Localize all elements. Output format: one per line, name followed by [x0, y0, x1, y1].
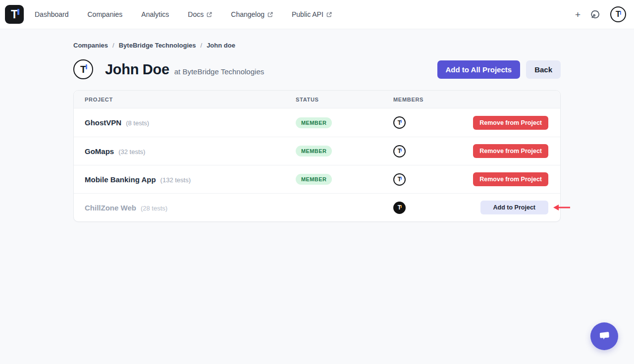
nav-item-docs[interactable]: Docs: [188, 10, 212, 18]
page-title: John Doe: [105, 61, 169, 78]
remove-from-project-button[interactable]: Remove from Project: [473, 172, 548, 186]
member-avatar: T: [393, 145, 406, 157]
nav-item-public-api[interactable]: Public API: [292, 10, 332, 18]
nav-item-companies[interactable]: Companies: [88, 10, 123, 18]
project-test-count: (132 tests): [160, 176, 191, 184]
project-name: GoMaps: [85, 147, 114, 156]
logo-accent: [17, 9, 19, 15]
breadcrumb-separator: /: [201, 42, 203, 49]
projects-table: PROJECT STATUS MEMBERS GhostVPN (8 tests…: [73, 90, 561, 222]
page-subtitle: at ByteBridge Technologies: [174, 67, 264, 76]
top-navbar: T Dashboard Companies Analytics Docs Cha…: [0, 0, 634, 29]
members-cell: T: [393, 202, 480, 214]
app-logo[interactable]: T: [5, 5, 24, 24]
main-nav: Dashboard Companies Analytics Docs Chang…: [35, 10, 332, 18]
chat-bubble-icon: [597, 329, 611, 343]
person-avatar: T: [73, 59, 93, 79]
action-cell: Remove from Project: [473, 116, 548, 130]
breadcrumb-company[interactable]: ByteBridge Technologies: [119, 42, 196, 49]
status-cell: MEMBER: [296, 174, 393, 185]
page-header: T John Doe at ByteBridge Technologies Ad…: [73, 59, 561, 79]
support-icon[interactable]: [590, 9, 600, 19]
remove-from-project-button[interactable]: Remove from Project: [473, 116, 548, 130]
breadcrumb-separator: /: [112, 42, 114, 49]
project-cell: GhostVPN (8 tests): [85, 118, 296, 127]
breadcrumb-current: John doe: [207, 42, 235, 49]
member-badge: MEMBER: [296, 146, 332, 156]
column-header-project: PROJECT: [85, 97, 296, 103]
avatar-accent: [401, 120, 402, 123]
title-wrap: John Doe at ByteBridge Technologies: [105, 61, 264, 78]
nav-item-changelog[interactable]: Changelog: [231, 10, 273, 18]
status-cell: MEMBER: [296, 117, 393, 128]
main-content: Companies / ByteBridge Technologies / Jo…: [73, 42, 561, 222]
logo-letter: T: [11, 8, 18, 21]
avatar-accent: [401, 177, 402, 180]
project-name: GhostVPN: [85, 118, 121, 127]
members-cell: T: [393, 173, 473, 186]
members-cell: T: [393, 145, 473, 157]
chat-widget-button[interactable]: [590, 322, 618, 350]
project-test-count: (32 tests): [118, 148, 145, 156]
add-to-project-button[interactable]: Add to Project: [480, 201, 548, 214]
member-avatar: T: [393, 116, 406, 129]
action-cell: Remove from Project: [473, 144, 548, 158]
column-header-members: MEMBERS: [393, 97, 548, 103]
project-test-count: (28 tests): [141, 205, 167, 212]
member-badge: MEMBER: [296, 174, 332, 185]
project-cell: ChillZone Web (28 tests): [85, 204, 296, 212]
avatar-accent: [401, 149, 402, 152]
avatar-accent: [401, 205, 402, 208]
project-cell: Mobile Banking App (132 tests): [85, 175, 296, 184]
header-actions: Add to All Projects Back: [437, 60, 561, 79]
table-header-row: PROJECT STATUS MEMBERS: [74, 91, 560, 108]
table-row: GhostVPN (8 tests) MEMBER T Remove from …: [74, 108, 560, 137]
plus-icon[interactable]: +: [575, 10, 581, 19]
status-cell: MEMBER: [296, 146, 393, 156]
table-row: Mobile Banking App (132 tests) MEMBER T …: [74, 165, 560, 193]
table-row: ChillZone Web (28 tests) T Add to Projec…: [74, 193, 560, 221]
action-cell: Add to Project: [480, 201, 548, 214]
action-cell: Remove from Project: [473, 172, 548, 186]
red-arrow-annotation: [552, 203, 571, 212]
project-cell: GoMaps (32 tests): [85, 147, 296, 156]
project-name: ChillZone Web: [85, 204, 136, 212]
members-cell: T: [393, 116, 473, 129]
nav-item-dashboard[interactable]: Dashboard: [35, 10, 69, 18]
project-name: Mobile Banking App: [85, 175, 156, 184]
breadcrumb: Companies / ByteBridge Technologies / Jo…: [73, 42, 561, 49]
remove-from-project-button[interactable]: Remove from Project: [473, 144, 548, 158]
external-link-icon: [207, 12, 212, 17]
breadcrumb-companies[interactable]: Companies: [73, 42, 108, 49]
member-avatar: T: [393, 173, 406, 186]
add-to-all-projects-button[interactable]: Add to All Projects: [437, 60, 521, 79]
avatar-accent: [620, 11, 622, 15]
member-avatar-dark: T: [393, 202, 406, 214]
external-link-icon: [326, 12, 332, 17]
avatar-accent: [86, 64, 87, 69]
table-row: GoMaps (32 tests) MEMBER T Remove from P…: [74, 137, 560, 165]
external-link-icon: [267, 12, 273, 17]
navbar-actions: + T: [575, 6, 626, 22]
column-header-status: STATUS: [296, 97, 393, 103]
project-test-count: (8 tests): [126, 119, 149, 127]
member-badge: MEMBER: [296, 117, 332, 128]
nav-item-analytics[interactable]: Analytics: [141, 10, 169, 18]
back-button[interactable]: Back: [526, 60, 561, 79]
user-avatar[interactable]: T: [610, 6, 626, 22]
